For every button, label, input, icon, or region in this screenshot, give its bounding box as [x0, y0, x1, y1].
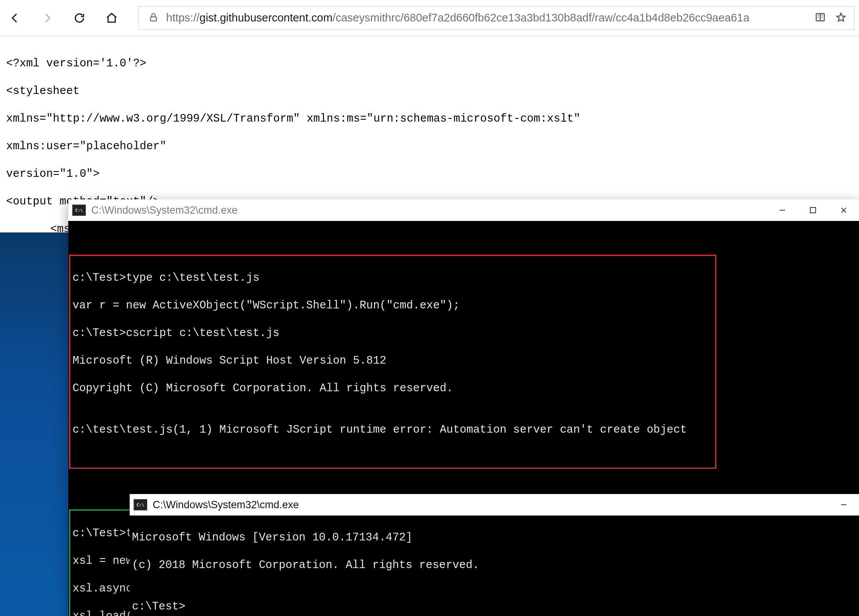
xml-line: xmlns:user="placeholder" [6, 140, 853, 153]
lock-icon [148, 12, 158, 24]
cmd-icon: C:\ [134, 499, 147, 511]
favorite-icon[interactable] [836, 12, 846, 24]
minimize-button[interactable] [767, 199, 798, 221]
refresh-button[interactable] [69, 8, 90, 28]
xml-line: <stylesheet [6, 84, 853, 98]
cmd-titlebar[interactable]: C:\ C:\Windows\System32\cmd.exe [68, 199, 859, 221]
forward-button[interactable] [37, 8, 58, 28]
close-button[interactable] [828, 199, 859, 221]
url-text: https://gist.githubusercontent.com/casey… [166, 12, 807, 24]
home-button[interactable] [101, 8, 122, 28]
cmd-body[interactable]: Microsoft Windows [Version 10.0.17134.47… [130, 516, 859, 616]
xml-line: <?xml version='1.0'?> [6, 57, 853, 71]
cmd-line: (c) 2018 Microsoft Corporation. All righ… [130, 558, 859, 572]
cmd-line: c:\test\test.js(1, 1) Microsoft JScript … [70, 423, 715, 437]
xml-line: version="1.0"> [6, 167, 853, 181]
maximize-button[interactable] [798, 199, 828, 221]
desktop-background [0, 232, 68, 616]
back-button[interactable] [5, 8, 25, 28]
reading-view-icon[interactable] [815, 12, 826, 24]
svg-rect-2 [810, 208, 816, 213]
cmd-title: C:\Windows\System32\cmd.exe [153, 499, 828, 511]
minimize-button[interactable] [828, 494, 859, 516]
url-protocol: https:// [166, 12, 199, 24]
svg-rect-0 [150, 16, 156, 21]
cmd-line: Microsoft Windows [Version 10.0.17134.47… [130, 531, 859, 545]
cmd-line: c:\Test>type c:\test\test.js [70, 271, 715, 285]
cmd-line: Microsoft (R) Windows Script Host Versio… [70, 354, 715, 368]
url-path: /caseysmithrc/680ef7a2d660fb62ce13a3bd13… [333, 12, 750, 24]
browser-toolbar: https://gist.githubusercontent.com/casey… [0, 0, 859, 36]
cmd-icon: C:\ [72, 204, 86, 216]
url-host: gist.githubusercontent.com [199, 12, 333, 24]
cmd-titlebar[interactable]: C:\ C:\Windows\System32\cmd.exe [130, 494, 859, 516]
highlight-red-box: c:\Test>type c:\test\test.js var r = new… [69, 255, 716, 469]
cmd-prompt: c:\Test> [130, 600, 859, 614]
cmd-line: var r = new ActiveXObject("WScript.Shell… [70, 299, 715, 313]
cmd-title: C:\Windows\System32\cmd.exe [91, 204, 767, 216]
cmd-line: Copyright (C) Microsoft Corporation. All… [70, 382, 715, 395]
cmd-window-child: C:\ C:\Windows\System32\cmd.exe Microsof… [130, 494, 859, 616]
address-bar[interactable]: https://gist.githubusercontent.com/casey… [138, 6, 854, 30]
cmd-line: c:\Test>cscript c:\test\test.js [70, 326, 715, 340]
xml-line: xmlns="http://www.w3.org/1999/XSL/Transf… [6, 112, 853, 126]
